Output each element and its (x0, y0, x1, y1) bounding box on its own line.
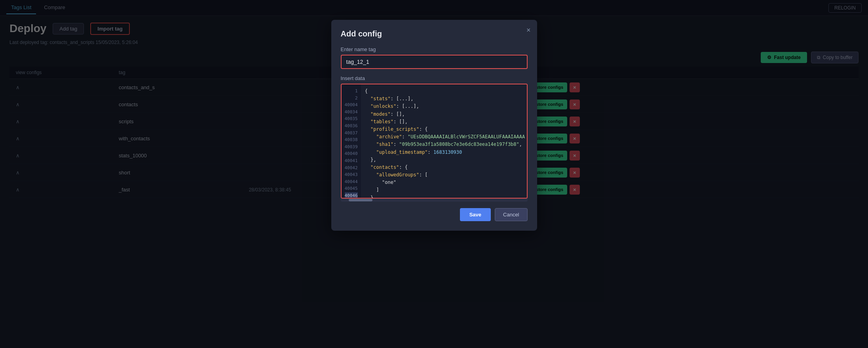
name-tag-label: Enter name tag (341, 46, 528, 52)
line-numbers: 1240004400344003540036400374003840039400… (342, 84, 361, 198)
insert-data-label: Insert data (341, 75, 528, 81)
modal-footer: Save Cancel (341, 208, 528, 221)
modal-title: Add config (341, 29, 528, 38)
cancel-button[interactable]: Cancel (495, 208, 527, 221)
scrollbar-thumb[interactable] (349, 199, 372, 201)
add-config-modal: Add config × Enter name tag Insert data … (331, 20, 537, 231)
save-button[interactable]: Save (460, 208, 491, 221)
horizontal-scrollbar[interactable] (341, 199, 528, 202)
code-editor[interactable]: 1240004400344003540036400374003840039400… (341, 84, 528, 199)
modal-overlay: Add config × Enter name tag Insert data … (0, 0, 868, 348)
modal-close-button[interactable]: × (526, 26, 531, 34)
code-content[interactable]: { "stats": [...], "unlocks": [...], "mod… (361, 84, 527, 198)
name-tag-input[interactable] (341, 55, 528, 69)
